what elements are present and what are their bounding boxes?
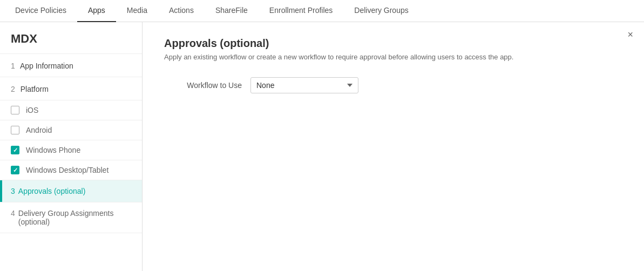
tab-enrollment-profiles[interactable]: Enrollment Profiles xyxy=(259,0,344,22)
ios-label: iOS xyxy=(26,106,38,114)
ios-checkbox[interactable] xyxy=(11,106,19,114)
tab-device-policies[interactable]: Device Policies xyxy=(4,0,77,22)
tab-actions[interactable]: Actions xyxy=(158,0,205,22)
tab-media[interactable]: Media xyxy=(116,0,158,22)
workflow-label: Workflow to Use xyxy=(164,81,250,90)
sidebar-platform-windows-phone[interactable]: Windows Phone xyxy=(0,140,142,160)
delivery-groups-label: Delivery Group Assignments (optional) xyxy=(18,209,131,226)
windows-desktop-checkbox[interactable] xyxy=(11,166,19,174)
content-title: Approvals (optional) xyxy=(164,37,622,50)
android-checkbox[interactable] xyxy=(11,126,19,134)
main-layout: MDX 1 App Information 2 Platform iOS And… xyxy=(0,22,644,271)
windows-phone-checkbox[interactable] xyxy=(11,146,19,154)
tab-delivery-groups[interactable]: Delivery Groups xyxy=(343,0,419,22)
step-num-1: 1 xyxy=(11,62,15,70)
sidebar-item-approvals[interactable]: 3 Approvals (optional) xyxy=(0,180,142,202)
workflow-form-row: Workflow to Use None Workflow 1 Workflow… xyxy=(164,77,622,93)
sidebar-item-delivery-groups[interactable]: 4 Delivery Group Assignments (optional) xyxy=(0,202,142,233)
tab-apps[interactable]: Apps xyxy=(77,0,116,22)
sidebar-item-app-information[interactable]: 1 App Information xyxy=(0,54,142,77)
platform-label: Platform xyxy=(21,85,49,93)
tab-sharefile[interactable]: ShareFile xyxy=(205,0,259,22)
sidebar-platform-windows-desktop[interactable]: Windows Desktop/Tablet xyxy=(0,160,142,180)
step-num-3: 3 xyxy=(11,187,15,195)
close-button[interactable]: × xyxy=(627,30,633,39)
workflow-select[interactable]: None Workflow 1 Workflow 2 xyxy=(250,77,358,93)
app-information-label: App Information xyxy=(20,62,73,70)
sidebar: MDX 1 App Information 2 Platform iOS And… xyxy=(0,22,143,271)
sidebar-platform-ios[interactable]: iOS xyxy=(0,100,142,120)
top-navigation: Device Policies Apps Media Actions Share… xyxy=(0,0,644,22)
step-num-4: 4 xyxy=(11,209,15,218)
active-indicator xyxy=(0,180,2,202)
sidebar-platform-android[interactable]: Android xyxy=(0,120,142,140)
windows-phone-label: Windows Phone xyxy=(26,146,80,154)
windows-desktop-label: Windows Desktop/Tablet xyxy=(26,166,109,174)
approvals-label: Approvals (optional) xyxy=(18,187,86,195)
sidebar-item-platform[interactable]: 2 Platform xyxy=(0,77,142,100)
content-subtitle: Apply an existing workflow or create a n… xyxy=(164,53,622,61)
sidebar-logo: MDX xyxy=(0,22,142,54)
android-label: Android xyxy=(26,126,52,134)
content-area: × Approvals (optional) Apply an existing… xyxy=(143,22,644,271)
step-num-2: 2 xyxy=(11,85,15,93)
